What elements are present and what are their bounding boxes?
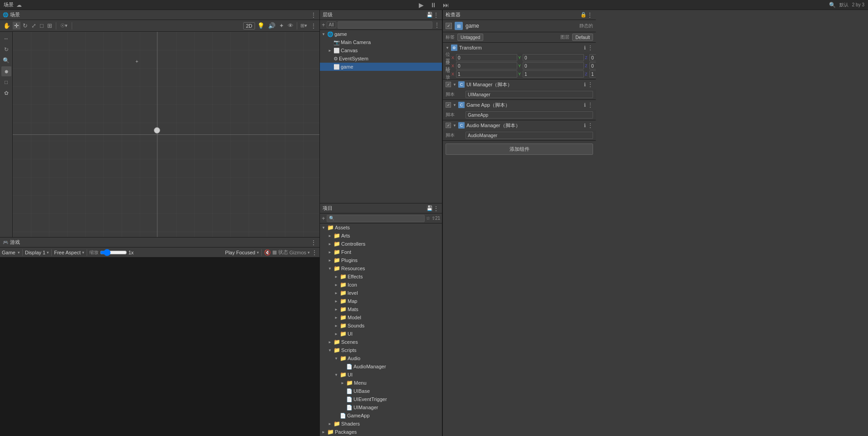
project-item-gameapp[interactable]: 📄 GameApp [320, 411, 442, 420]
project-item-uimanager[interactable]: 📄 UIManager [320, 403, 442, 411]
effects-btn[interactable]: ✦ [278, 22, 285, 30]
2d-btn[interactable]: 2D [243, 22, 255, 30]
search-all-btn[interactable]: All [327, 21, 336, 28]
project-item-icon[interactable]: ► 📁 Icon [320, 281, 442, 289]
project-item-assets[interactable]: ▼ 📁 Assets [320, 223, 442, 232]
grid-label[interactable]: 2 by 3 [852, 2, 864, 7]
gizmos-label[interactable]: Gizmos [289, 250, 306, 255]
rect-tool[interactable]: □ [39, 22, 45, 30]
project-search[interactable] [327, 215, 425, 222]
project-more[interactable]: ⋮ [433, 205, 439, 212]
tool-move[interactable]: ↔ [1, 34, 11, 44]
hierarchy-search[interactable] [338, 21, 432, 29]
pos-z[interactable] [589, 54, 596, 61]
transform-header[interactable]: ▼ ⊕ Transform ℹ ⋮ [443, 43, 596, 53]
hierarchy-item-game[interactable]: ▼ 🌐 game [320, 30, 442, 38]
project-item-map[interactable]: ► 📁 Map [320, 297, 442, 305]
project-item-arts[interactable]: ► 📁 Arts [320, 232, 442, 240]
gameapp-header[interactable]: ✓ ▼ C Game App（脚本） ℹ ⋮ [443, 100, 596, 110]
project-item-uieventtrigger[interactable]: 📄 UIEventTrigger [320, 395, 442, 403]
scale-z[interactable] [589, 70, 596, 78]
audiomanager-info[interactable]: ℹ [584, 123, 586, 129]
project-item-sounds[interactable]: ► 📁 Sounds [320, 322, 442, 330]
project-item-scenes[interactable]: ► 📁 Scenes [320, 338, 442, 346]
inspector-more[interactable]: ⋮ [587, 11, 593, 19]
view-options-btn[interactable]: 👁 [286, 22, 295, 30]
project-tab[interactable]: 项目 [323, 205, 333, 212]
hierarchy-more2[interactable]: ⋮ [434, 21, 440, 29]
mute-btn[interactable]: 🔇 [264, 249, 271, 256]
audiomanager-script-value[interactable]: AudioManager [466, 132, 593, 139]
audiomanager-header[interactable]: ✓ ▼ C Audio Manager（脚本） ℹ ⋮ [443, 120, 596, 130]
transform-info[interactable]: ℹ [584, 45, 586, 51]
hierarchy-item-maincamera[interactable]: 📷 Main Camera [320, 38, 442, 46]
project-item-plugins[interactable]: ► 📁 Plugins [320, 256, 442, 264]
hand-tool[interactable]: ✋ [2, 22, 12, 30]
tool-rotate-view[interactable]: ↻ [1, 45, 11, 54]
tool-pivot[interactable]: ⊕ [1, 66, 11, 76]
project-item-ui-res[interactable]: ► 📁 UI [320, 330, 442, 338]
gameapp-enable[interactable]: ✓ [446, 102, 451, 108]
pause-button[interactable]: ⏸ [428, 1, 438, 9]
tool-custom[interactable]: ✿ [1, 88, 11, 98]
project-item-model[interactable]: ► 📁 Model [320, 313, 442, 322]
transform-more[interactable]: ⋮ [588, 45, 593, 51]
display-label[interactable]: Display 1 [25, 250, 45, 255]
transform-tool[interactable]: ⊞ [46, 22, 54, 30]
scene-more-btn[interactable]: ⋮ [310, 11, 317, 19]
game-label-dropdown[interactable]: ▾ [18, 250, 20, 255]
play-button[interactable]: ▶ [417, 1, 426, 9]
scene-more-options[interactable]: ⋮ [309, 22, 318, 30]
layout-label[interactable]: 默认 [839, 2, 848, 8]
gameapp-script-value[interactable]: GameApp [466, 111, 593, 119]
project-add-btn[interactable]: + [322, 215, 325, 222]
audiomanager-enable[interactable]: ✓ [446, 123, 451, 128]
project-item-mats[interactable]: ► 📁 Mats [320, 305, 442, 313]
project-item-uibase[interactable]: 📄 UIBase [320, 387, 442, 395]
scene-tab[interactable]: 场景 [10, 11, 20, 18]
pos-y[interactable] [523, 54, 584, 61]
hierarchy-item-gameobj[interactable]: ⬜ game [320, 63, 442, 71]
audio-btn[interactable]: 🔊 [267, 22, 277, 30]
project-item-shaders[interactable]: ► 📁 Shaders [320, 420, 442, 428]
hierarchy-item-canvas[interactable]: ► ⬜ Canvas [320, 46, 442, 54]
project-item-packages[interactable]: ► 📁 Packages [320, 428, 442, 436]
project-item-controllers[interactable]: ► 📁 Controllers [320, 240, 442, 248]
uimanager-script-value[interactable]: UIManager [466, 91, 593, 98]
project-item-audio[interactable]: ▼ 📁 Audio [320, 354, 442, 362]
display-dropdown[interactable]: ▾ [47, 250, 49, 255]
scale-y[interactable] [523, 70, 584, 78]
object-enable-checkbox[interactable]: ✓ [446, 23, 452, 29]
game-options-more[interactable]: ⋮ [311, 249, 318, 256]
pos-x[interactable] [456, 54, 517, 61]
project-item-resources[interactable]: ▼ 📁 Resources [320, 264, 442, 272]
project-item-level[interactable]: ► 📁 level [320, 289, 442, 297]
hierarchy-save[interactable]: 💾 [427, 12, 433, 18]
zoom-slider[interactable] [100, 250, 127, 255]
inspector-lock[interactable]: 🔒 [580, 12, 587, 18]
grid-toggle-btn[interactable]: ⊞▾ [299, 22, 309, 29]
tool-rect-select[interactable]: □ [1, 77, 11, 87]
rot-y[interactable] [523, 62, 584, 69]
step-button[interactable]: ⏭ [441, 1, 451, 9]
add-component-btn[interactable]: 添加组件 [446, 144, 593, 155]
project-item-ui-scripts[interactable]: ▼ 📁 UI [320, 371, 442, 379]
project-item-font[interactable]: ► 📁 Font [320, 248, 442, 256]
stats-label[interactable]: 状态 [278, 249, 288, 256]
hierarchy-item-eventsystem[interactable]: ⚙ EventSystem [320, 54, 442, 63]
gameapp-more[interactable]: ⋮ [588, 102, 593, 108]
game-tab[interactable]: 游戏 [10, 239, 20, 246]
gameapp-info[interactable]: ℹ [584, 102, 586, 108]
project-item-menu[interactable]: ► 📁 Menu [320, 379, 442, 387]
rot-z[interactable] [589, 62, 596, 69]
project-item-effects[interactable]: ► 📁 Effects [320, 272, 442, 281]
gizmos-dropdown[interactable]: ▾ [308, 250, 310, 255]
layer-value[interactable]: Default [572, 34, 593, 41]
uimanager-header[interactable]: ✓ ▼ C UI Manager（脚本） ℹ ⋮ [443, 79, 596, 89]
search-icon[interactable]: 🔍 [829, 2, 836, 8]
hierarchy-more[interactable]: ⋮ [433, 11, 439, 19]
play-focused-label[interactable]: Play Focused [225, 250, 255, 255]
game-more-btn[interactable]: ⋮ [310, 239, 317, 246]
light-btn[interactable]: 💡 [256, 22, 266, 30]
rotate-tool[interactable]: ↻ [21, 22, 29, 30]
